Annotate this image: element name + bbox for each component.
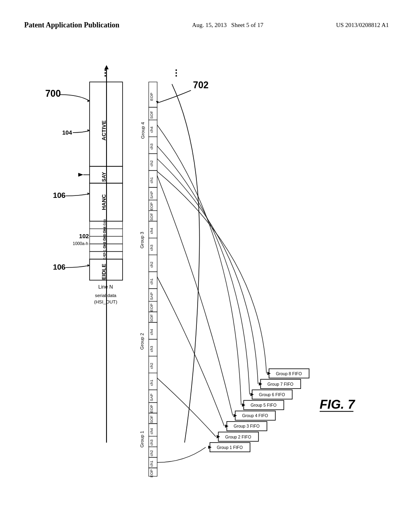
svg-text:ch3: ch3 bbox=[149, 245, 154, 251]
svg-text:Group 5 FIFO: Group 5 FIFO bbox=[250, 403, 276, 407]
svg-text:EOP: EOP bbox=[149, 470, 154, 478]
svg-text:Group 8 FIFO: Group 8 FIFO bbox=[276, 372, 302, 376]
svg-text:ch1: ch1 bbox=[149, 278, 154, 285]
svg-text:104: 104 bbox=[62, 129, 72, 136]
svg-text:EOP: EOP bbox=[149, 93, 154, 101]
svg-text:Group 4 FIFO: Group 4 FIFO bbox=[242, 414, 268, 418]
svg-text:Group 6 FIFO: Group 6 FIFO bbox=[259, 393, 285, 397]
svg-text:⋮: ⋮ bbox=[172, 68, 180, 77]
svg-text:ch2: ch2 bbox=[149, 160, 154, 166]
svg-text:Line N: Line N bbox=[98, 284, 113, 290]
svg-text:Group 3 FIFO: Group 3 FIFO bbox=[234, 424, 259, 429]
svg-text:Group 1 FIFO: Group 1 FIFO bbox=[217, 445, 242, 450]
svg-text:ACTIVE: ACTIVE bbox=[101, 121, 107, 141]
svg-text:EOP: EOP bbox=[149, 202, 154, 210]
sheet-info: Aug. 15, 2013 Sheet 5 of 17 bbox=[192, 20, 263, 30]
svg-text:SAP: SAP bbox=[149, 394, 154, 401]
svg-text:Group 4: Group 4 bbox=[140, 122, 145, 139]
svg-text:FIG. 7: FIG. 7 bbox=[320, 397, 356, 411]
svg-text:Group 7 FIFO: Group 7 FIFO bbox=[267, 382, 293, 387]
svg-text:Group 2 FIFO: Group 2 FIFO bbox=[225, 435, 251, 439]
svg-text:ch4: ch4 bbox=[149, 127, 154, 133]
svg-text:ch2: ch2 bbox=[149, 450, 154, 456]
svg-text:700: 700 bbox=[45, 88, 60, 99]
svg-text:EOP: EOP bbox=[149, 303, 154, 312]
svg-text:⋮: ⋮ bbox=[101, 68, 109, 77]
publication-title: Patent Application Publication bbox=[24, 20, 119, 30]
svg-text:serial data: serial data bbox=[95, 293, 117, 298]
svg-text:ch1: ch1 bbox=[149, 461, 154, 467]
svg-text:EOP: EOP bbox=[149, 405, 154, 413]
svg-text:ch1: ch1 bbox=[149, 380, 154, 386]
svg-text:102: 102 bbox=[79, 233, 89, 239]
svg-text:702: 702 bbox=[193, 80, 209, 90]
svg-text:EIDLE: EIDLE bbox=[101, 264, 107, 280]
svg-text:SOF: SOF bbox=[149, 416, 154, 424]
svg-text:ch4: ch4 bbox=[149, 428, 154, 434]
svg-text:SOF: SOF bbox=[149, 111, 154, 119]
svg-text:ch3: ch3 bbox=[149, 346, 154, 352]
svg-text:ch2: ch2 bbox=[149, 262, 154, 268]
svg-text:SAY: SAY bbox=[101, 172, 107, 182]
svg-text:ch2: ch2 bbox=[149, 363, 154, 369]
svg-text:Group 1: Group 1 bbox=[140, 431, 144, 448]
patent-number: US 2013/0208812 A1 bbox=[336, 20, 389, 30]
patent-diagram: ⋮ ACTIVE SAY HANC CH4 data CH3 data CH2 … bbox=[24, 60, 387, 496]
svg-text:SOF: SOF bbox=[149, 213, 154, 221]
page-header: Patent Application Publication Aug. 15, … bbox=[0, 20, 413, 30]
svg-text:ch1: ch1 bbox=[149, 177, 154, 183]
svg-text:ch4: ch4 bbox=[149, 228, 154, 234]
svg-text:Group 2: Group 2 bbox=[140, 333, 144, 350]
svg-text:ch4: ch4 bbox=[149, 329, 154, 335]
svg-text:1000a-h: 1000a-h bbox=[73, 241, 88, 246]
svg-text:SAP: SAP bbox=[149, 191, 154, 199]
svg-text:HANC: HANC bbox=[101, 194, 107, 210]
svg-text:106: 106 bbox=[53, 191, 65, 200]
svg-text:(HSI_OUT): (HSI_OUT) bbox=[94, 299, 117, 304]
svg-text:ch3: ch3 bbox=[149, 440, 154, 446]
svg-text:SAP: SAP bbox=[149, 293, 154, 300]
svg-text:106: 106 bbox=[53, 263, 65, 271]
svg-text:ch3: ch3 bbox=[149, 143, 154, 150]
svg-text:SOF: SOF bbox=[149, 314, 154, 322]
svg-text:Group 3: Group 3 bbox=[140, 232, 144, 249]
